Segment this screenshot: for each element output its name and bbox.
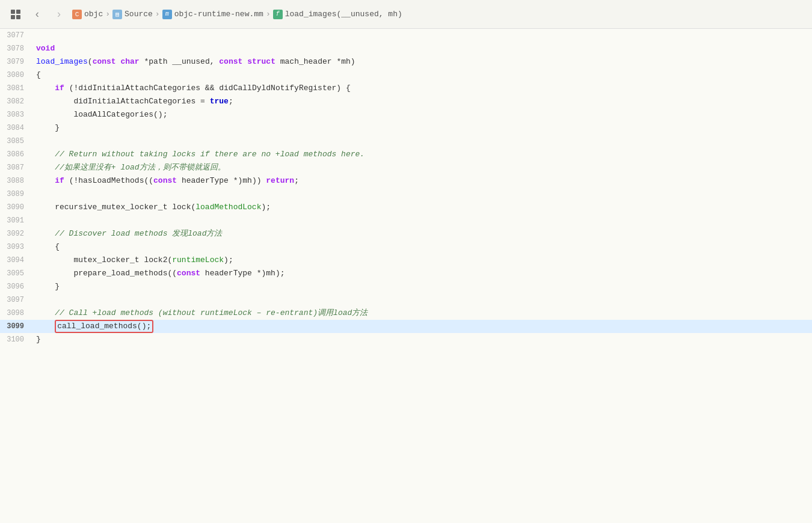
- back-button[interactable]: ‹: [29, 6, 46, 23]
- code-content: void: [34, 42, 812, 55]
- table-row: 3095 prepare_load_methods((const headerT…: [0, 267, 812, 280]
- line-number: 3089: [0, 188, 34, 201]
- table-row: 3081 if (!didInitialAttachCategories && …: [0, 82, 812, 95]
- code-content: if (!hasLoadMethods((const headerType *)…: [34, 174, 812, 188]
- svg-rect-0: [11, 10, 15, 14]
- code-area: 3077 3078 void 3079 load_images(const ch…: [0, 29, 812, 523]
- toolbar: ‹ › C objc › ▤ Source › m objc-runtime-n…: [0, 0, 812, 29]
- breadcrumb-mm-file[interactable]: m objc-runtime-new.mm: [162, 10, 263, 19]
- table-row: 3087 //如果这里没有+ load方法，则不带锁就返回。: [0, 161, 812, 174]
- code-content: {: [34, 240, 812, 254]
- code-content: mutex_locker_t lock2(runtimeLock);: [34, 254, 812, 267]
- table-row: 3098 // Call +load methods (without runt…: [0, 307, 812, 320]
- code-content: }: [34, 280, 812, 293]
- code-content: recursive_mutex_locker_t lock(loadMethod…: [34, 201, 812, 214]
- table-row: 3094 mutex_locker_t lock2(runtimeLock);: [0, 254, 812, 267]
- code-content: }: [34, 121, 812, 135]
- line-number: 3079: [0, 55, 34, 69]
- breadcrumb-mm-label: objc-runtime-new.mm: [174, 10, 263, 19]
- line-number: 3093: [0, 240, 34, 254]
- code-content: call_load_methods();: [34, 320, 812, 333]
- breadcrumb-source[interactable]: ▤ Source: [112, 10, 153, 19]
- breadcrumb: C objc › ▤ Source › m objc-runtime-new.m…: [72, 10, 402, 19]
- table-row: 3086 // Return without taking locks if t…: [0, 148, 812, 161]
- breadcrumb-source-label: Source: [125, 10, 153, 19]
- line-number: 3084: [0, 121, 34, 135]
- grid-button[interactable]: [7, 6, 24, 23]
- line-number: 3090: [0, 201, 34, 214]
- line-number: 3087: [0, 161, 34, 174]
- function-icon: f: [273, 10, 283, 19]
- code-content: [34, 29, 812, 42]
- code-content: [34, 214, 812, 227]
- svg-rect-1: [16, 10, 20, 14]
- code-content: if (!didInitialAttachCategories && didCa…: [34, 82, 812, 95]
- code-content: }: [34, 333, 812, 346]
- line-number: 3077: [0, 29, 34, 42]
- breadcrumb-sep-3: ›: [266, 10, 271, 19]
- line-number: 3082: [0, 95, 34, 108]
- line-number: 3086: [0, 148, 34, 161]
- breadcrumb-sep-1: ›: [105, 10, 110, 19]
- line-number: 3088: [0, 174, 34, 188]
- svg-rect-3: [16, 15, 20, 19]
- table-row: 3100 }: [0, 333, 812, 346]
- code-content: // Discover load methods 发现load方法: [34, 227, 812, 240]
- code-content: [34, 188, 812, 201]
- svg-rect-2: [11, 15, 15, 19]
- table-row: 3091: [0, 214, 812, 227]
- table-row: 3084 }: [0, 121, 812, 135]
- code-content: // Call +load methods (without runtimeLo…: [34, 307, 812, 320]
- code-content: [34, 135, 812, 148]
- table-row: 3080 {: [0, 69, 812, 82]
- line-number: 3099: [0, 320, 34, 333]
- objc-icon: C: [72, 10, 82, 19]
- table-row: 3083 loadAllCategories();: [0, 108, 812, 121]
- line-number: 3098: [0, 307, 34, 320]
- line-number: 3078: [0, 42, 34, 55]
- line-number: 3080: [0, 69, 34, 82]
- line-number: 3096: [0, 280, 34, 293]
- code-content: {: [34, 69, 812, 82]
- breadcrumb-objc[interactable]: C objc: [72, 10, 103, 19]
- source-folder-icon: ▤: [112, 10, 122, 19]
- code-content: [34, 293, 812, 307]
- code-content: load_images(const char *path __unused, c…: [34, 55, 812, 69]
- line-number: 3094: [0, 254, 34, 267]
- breadcrumb-function-label: load_images(__unused, mh): [285, 10, 402, 19]
- line-number: 3097: [0, 293, 34, 307]
- code-content: // Return without taking locks if there …: [34, 148, 812, 161]
- breadcrumb-sep-2: ›: [155, 10, 160, 19]
- breadcrumb-objc-label: objc: [84, 10, 103, 19]
- line-number: 3100: [0, 333, 34, 346]
- table-row: 3088 if (!hasLoadMethods((const headerTy…: [0, 174, 812, 188]
- mm-file-icon: m: [162, 10, 172, 19]
- forward-button[interactable]: ›: [51, 6, 67, 23]
- table-row: 3085: [0, 135, 812, 148]
- line-number: 3081: [0, 82, 34, 95]
- table-row: 3079 load_images(const char *path __unus…: [0, 55, 812, 69]
- table-row: 3077: [0, 29, 812, 42]
- line-number: 3092: [0, 227, 34, 240]
- table-row: 3093 {: [0, 240, 812, 254]
- table-row: 3097: [0, 293, 812, 307]
- table-row: 3096 }: [0, 280, 812, 293]
- highlight-box: call_load_methods();: [55, 320, 153, 333]
- line-number: 3095: [0, 267, 34, 280]
- line-number: 3085: [0, 135, 34, 148]
- table-row: 3090 recursive_mutex_locker_t lock(loadM…: [0, 201, 812, 214]
- code-content: //如果这里没有+ load方法，则不带锁就返回。: [34, 161, 812, 174]
- table-row: 3082 didInitialAttachCategories = true;: [0, 95, 812, 108]
- code-content: prepare_load_methods((const headerType *…: [34, 267, 812, 280]
- table-row: 3092 // Discover load methods 发现load方法: [0, 227, 812, 240]
- code-content: loadAllCategories();: [34, 108, 812, 121]
- line-number: 3091: [0, 214, 34, 227]
- highlighted-line: 3099 call_load_methods();: [0, 320, 812, 333]
- table-row: 3078 void: [0, 42, 812, 55]
- breadcrumb-function[interactable]: f load_images(__unused, mh): [273, 10, 402, 19]
- code-content: didInitialAttachCategories = true;: [34, 95, 812, 108]
- table-row: 3089: [0, 188, 812, 201]
- line-number: 3083: [0, 108, 34, 121]
